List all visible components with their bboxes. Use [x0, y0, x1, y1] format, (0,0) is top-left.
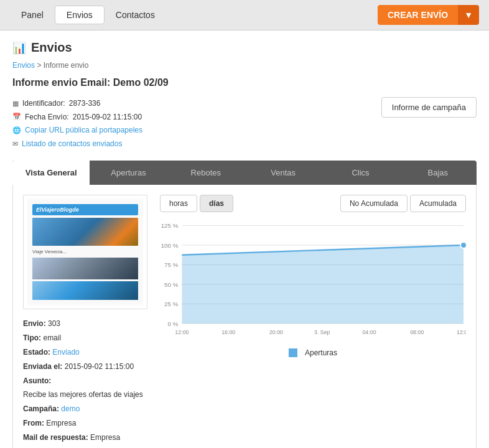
info-section: ▦ Identificador: 2873-336 📅 Fecha Envío:…: [12, 97, 477, 151]
svg-text:12:00: 12:00: [175, 329, 189, 335]
stat-envio: Envio: 303: [23, 317, 147, 331]
fecha-label: Fecha Envío:: [25, 111, 69, 124]
stat-campana: Campaña: demo: [23, 402, 147, 416]
crear-envio-dropdown[interactable]: ▼: [458, 5, 479, 25]
tipo-value: email: [43, 334, 61, 342]
page-title: Envios: [31, 40, 72, 55]
id-label: Identificador:: [22, 97, 65, 111]
nav-contactos[interactable]: Contactos: [105, 6, 166, 24]
breadcrumb: Envios > Informe envio: [12, 61, 477, 70]
copy-url-link[interactable]: Copiar URL pública al portapapeles: [25, 124, 142, 138]
stat-asunto-value: Recibe las mejores ofertas de viajes: [23, 388, 147, 402]
info-fecha-row: 📅 Fecha Envío: 2015-09-02 11:15:00: [12, 111, 142, 124]
tabs-bar: Vista General Aperturas Rebotes Ventas C…: [12, 161, 477, 185]
email-preview-text1: Viaje Venecia...: [32, 248, 138, 256]
envio-value: 303: [48, 319, 60, 328]
email-preview-image3: [32, 281, 138, 300]
svg-text:20:00: 20:00: [269, 329, 283, 335]
email-preview-image1: [32, 218, 138, 246]
svg-text:16:00: 16:00: [221, 329, 235, 335]
btn-no-acumulada[interactable]: No Acumulada: [340, 195, 408, 212]
tipo-label: Tipo:: [23, 334, 41, 342]
email-preview-header: ElViajeroBlogde: [32, 204, 138, 215]
stat-from: From: Empresa: [23, 416, 147, 431]
enviada-label: Enviada el:: [23, 362, 62, 371]
stat-tipo: Tipo: email: [23, 331, 147, 345]
chart-legend: Aperturas: [160, 348, 466, 357]
stat-estado: Estado: Enviado: [23, 345, 147, 360]
chart-svg: 125 % 100 % 75 % 50 % 25 % 0 %: [160, 220, 466, 344]
svg-text:75 %: 75 %: [164, 262, 179, 269]
tab-vista-general[interactable]: Vista General: [12, 161, 90, 185]
fecha-value: 2015-09-02 11:15:00: [73, 111, 142, 124]
estado-value: Enviado: [52, 348, 79, 357]
campana-label: Campaña:: [23, 404, 59, 413]
stat-asunto: Asunto:: [23, 374, 147, 388]
stat-enviada: Enviada el: 2015-09-02 11:15:00: [23, 360, 147, 374]
estado-label: Estado:: [23, 348, 50, 357]
asunto-label: Asunto:: [23, 376, 51, 385]
svg-text:08:00: 08:00: [410, 329, 424, 335]
email-preview: ElViajeroBlogde Viaje Venecia...: [23, 195, 147, 309]
btn-acumulada[interactable]: Acumulada: [410, 195, 466, 212]
left-panel: ElViajeroBlogde Viaje Venecia... Envio: …: [23, 195, 147, 448]
listado-link[interactable]: Listado de contactos enviados: [22, 138, 122, 151]
email-icon: ✉: [12, 138, 18, 151]
svg-marker-12: [182, 245, 463, 324]
info-id-row: ▦ Identificador: 2873-336: [12, 97, 142, 111]
calendar-icon: 📅: [12, 111, 21, 123]
from-value: Empresa: [46, 419, 76, 427]
info-listado-row: ✉ Listado de contactos enviados: [12, 138, 142, 151]
chart-controls: horas días No Acumulada Acumulada: [160, 195, 466, 212]
report-title: Informe envio Email: Demo 02/09: [12, 77, 477, 88]
from-label: From:: [23, 419, 44, 427]
email-preview-image2: [32, 258, 138, 279]
globe-icon: 🌐: [12, 124, 21, 137]
info-copyurl-row: 🌐 Copiar URL pública al portapapeles: [12, 124, 142, 138]
tab-clics[interactable]: Clics: [322, 161, 399, 185]
breadcrumb-current: Informe envio: [44, 61, 89, 70]
id-icon: ▦: [12, 98, 19, 110]
stat-mail-resp: Mail de respuesta: Empresa(noreplay@mdir…: [23, 431, 147, 448]
crear-envio-button[interactable]: CREAR ENVÍO: [378, 5, 458, 25]
svg-text:125 %: 125 %: [161, 223, 179, 230]
tab-bajas[interactable]: Bajas: [399, 161, 477, 185]
svg-text:0 %: 0 %: [168, 320, 179, 327]
page-title-row: 📊 Envios: [12, 40, 477, 55]
svg-text:04:00: 04:00: [362, 329, 376, 335]
svg-text:100 %: 100 %: [161, 242, 179, 249]
btn-dias[interactable]: días: [200, 195, 233, 212]
id-value: 2873-336: [69, 97, 101, 111]
tab-rebotes[interactable]: Rebotes: [167, 161, 244, 185]
main-content: 📊 Envios Envios > Informe envio Informe …: [0, 30, 489, 448]
chart-controls-left: horas días: [160, 195, 233, 212]
tab-aperturas[interactable]: Aperturas: [90, 161, 167, 185]
breadcrumb-separator: >: [37, 61, 41, 70]
informe-campana-button[interactable]: Informe de campaña: [381, 97, 477, 118]
envio-label: Envio:: [23, 319, 46, 328]
breadcrumb-envios[interactable]: Envios: [12, 61, 35, 70]
enviada-value: 2015-09-02 11:15:00: [65, 362, 134, 371]
svg-text:12:00: 12:00: [457, 329, 466, 335]
svg-point-13: [460, 242, 466, 248]
legend-label-aperturas: Aperturas: [305, 348, 337, 357]
svg-text:25 %: 25 %: [164, 301, 179, 308]
nav-envios[interactable]: Envios: [55, 6, 105, 24]
top-navigation: Panel Envios Contactos CREAR ENVÍO ▼: [0, 0, 489, 30]
mail-resp-label: Mail de respuesta:: [23, 433, 88, 442]
legend-color-aperturas: [289, 348, 297, 357]
crear-envio-group: CREAR ENVÍO ▼: [378, 5, 479, 25]
tab-ventas[interactable]: Ventas: [244, 161, 322, 185]
right-panel: horas días No Acumulada Acumulada 125 % …: [160, 195, 466, 448]
campana-value[interactable]: demo: [61, 404, 80, 413]
chart-controls-right: No Acumulada Acumulada: [340, 195, 466, 212]
chart-container: 125 % 100 % 75 % 50 % 25 % 0 %: [160, 220, 466, 357]
stats-block: Envio: 303 Tipo: email Estado: Enviado E…: [23, 317, 147, 448]
tab-content: ElViajeroBlogde Viaje Venecia... Envio: …: [12, 185, 477, 448]
btn-horas[interactable]: horas: [160, 195, 197, 212]
svg-text:3. Sep: 3. Sep: [314, 329, 330, 335]
svg-text:50 %: 50 %: [164, 281, 179, 288]
email-preview-inner: ElViajeroBlogde Viaje Venecia...: [27, 199, 143, 305]
nav-panel[interactable]: Panel: [10, 6, 55, 24]
envios-icon: 📊: [12, 41, 26, 55]
